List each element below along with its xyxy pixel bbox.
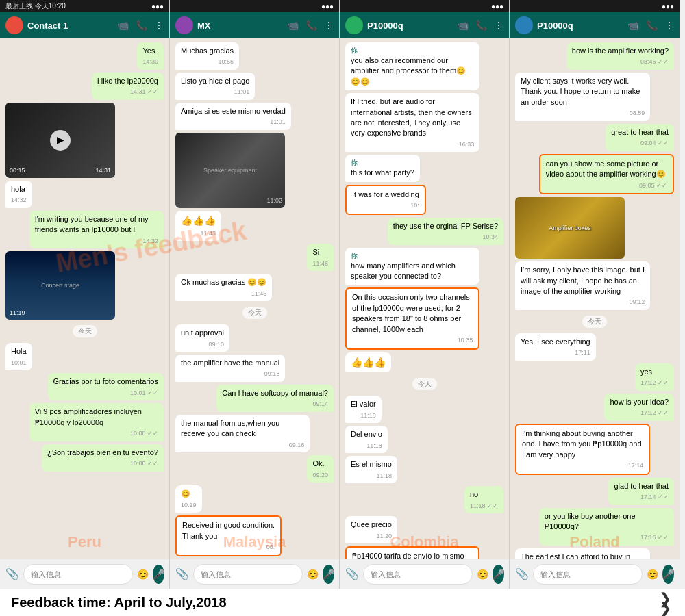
mic-btn-1[interactable]: 🎤	[153, 565, 164, 584]
emoji-icon-3[interactable]: 😊	[477, 569, 488, 580]
header-peru: Contact 1 📹 📞 ⋮	[0, 12, 169, 38]
header-poland: P10000q 📹 📞 ⋮	[510, 12, 680, 38]
msg-3-6: 你 how many amplifiers and which speaker …	[345, 248, 480, 285]
msg-text-1-8: Gracias por tu foto comentarios	[53, 377, 158, 385]
phone-icon-3[interactable]: 📞	[475, 20, 487, 31]
msg-time-2-10: 09:20	[312, 471, 328, 480]
msg-time-2-5: 11:46	[181, 290, 266, 298]
msg-1-6: Concert stage 11:19	[5, 251, 115, 320]
msg-text-1-2: I like the lp20000q	[97, 77, 158, 85]
more-icon-1[interactable]: ⋮	[154, 20, 164, 31]
msg-1-1: Yes 14:30	[137, 42, 164, 70]
msg-time-3-5: 10:34	[393, 233, 498, 242]
thumbs-row-3: 👍👍👍	[351, 357, 386, 368]
msg-4-3: great to hear that 09:04 ✓✓	[606, 124, 674, 151]
attach-icon-4[interactable]: 📎	[515, 567, 529, 580]
attach-icon-1[interactable]: 📎	[5, 567, 19, 580]
msg-2-thumbs: 👍👍👍 11:43	[175, 211, 221, 241]
msg-text-3-7: On this occasion only two channels of th…	[352, 293, 470, 333]
msg-2-7: the amplifier have the manual 09:13	[175, 355, 285, 382]
msg-3-2: If I tried, but are audio for internatio…	[345, 93, 480, 152]
msg-time-3-8: 11:18	[351, 411, 376, 420]
phone-icon-2[interactable]: 📞	[306, 20, 317, 31]
msg-2-10: Ok. 09:20	[307, 455, 334, 483]
video-icon-1[interactable]: 📹	[117, 20, 129, 31]
msg-time-3-9: 11:18	[351, 441, 382, 450]
phone-icon-1[interactable]: 📞	[136, 20, 147, 31]
header-colombia: P10000q 📹 📞 ⋮	[340, 12, 509, 38]
video-icon-4[interactable]: 📹	[627, 20, 639, 31]
input-bar-4: 📎 😊 🎤	[510, 559, 680, 589]
msg-text-4-6: Yes, I see everything	[521, 337, 590, 346]
mic-btn-3[interactable]: 🎤	[493, 565, 504, 584]
msg-4-7: yes 17:12 ✓✓	[635, 363, 674, 391]
video-icon-2[interactable]: 📹	[287, 20, 299, 31]
more-icon-4[interactable]: ⋮	[664, 20, 674, 31]
msg-time-3-7: 10:35	[352, 336, 473, 345]
input-bar-2: 📎 😊 🎤	[170, 559, 339, 589]
msg-text-4-9: I'm thinking about buying another one. I…	[522, 429, 642, 459]
msg-2-8: Can I have softcopy of manual? 09:14	[216, 385, 334, 412]
mic-btn-4[interactable]: 🎤	[662, 565, 674, 584]
msg-time-2-9: 09:16	[181, 441, 304, 450]
msg-1-4: hola 14:32	[5, 181, 32, 208]
msg-text-4-2: My client says it works very well. Thank…	[521, 77, 640, 106]
msg-2-1: Muchas gracias 10:56	[175, 42, 239, 70]
header-malaysia: MX 📹 📞 ⋮	[170, 12, 339, 38]
msg-2-4: Si 11:46	[307, 244, 334, 271]
chat-panels-container: 最后上线 今天10:20 ●●● Contact 1 📹 📞 ⋮ Yes 14:…	[0, 0, 685, 589]
input-field-2[interactable]	[193, 564, 303, 585]
msg-text-3-9: Del envio	[351, 430, 382, 438]
msg-time-4-10: 17:14 ✓✓	[614, 493, 669, 502]
msg-1-3: ▶ 00:15 14:31	[5, 103, 115, 178]
msg-time-2-1: 10:56	[181, 57, 234, 66]
emoji-icon-2[interactable]: 😊	[307, 569, 319, 580]
play-btn-1[interactable]: ▶	[50, 130, 71, 151]
msg-time-4-4: 09:05 ✓✓	[546, 181, 667, 190]
msg-3-1: 你 you also can recommend our amplifier a…	[345, 42, 480, 90]
input-field-4[interactable]	[533, 564, 643, 585]
msg-text-2-1: Muchas gracias	[181, 47, 234, 55]
panel-malaysia: ●●● MX 📹 📞 ⋮ Muchas gracias 10:56 Listo …	[170, 0, 340, 589]
emoji-icon-1[interactable]: 😊	[137, 569, 149, 580]
msg-2-5: Ok muchas gracias 😊😊 11:46	[175, 274, 272, 301]
attach-icon-2[interactable]: 📎	[175, 567, 189, 580]
msg-time-2-12: 08:	[182, 543, 275, 552]
avatar-4	[515, 16, 533, 34]
msg-time-4-7: 17:12 ✓✓	[640, 378, 669, 387]
msg-time-3-10: 11:18	[351, 472, 392, 480]
msg-1-8: Gracias por tu foto comentarios 10:01 ✓✓	[48, 373, 164, 400]
msg-4-img: Amplifier boxes	[515, 197, 625, 259]
msg-1-2: I like the lp20000q 14:31 ✓✓	[92, 73, 164, 100]
msg-3-5: they use the orginal FP Serise? 10:34	[388, 218, 503, 245]
emoji-icon-4[interactable]: 😊	[647, 569, 658, 580]
msg-text-4-11: or you like buy another one P10000q?	[545, 512, 636, 530]
time-1: 最后上线 今天10:20	[5, 1, 66, 11]
msg-text-1-10: ¿Son trabajos bien en tu evento?	[47, 448, 158, 457]
msg-text-1-1: Yes	[142, 47, 155, 55]
attach-icon-3[interactable]: 📎	[345, 567, 359, 580]
msg-3-4: It was for a wedding 10:	[345, 185, 426, 215]
video-icon-3[interactable]: 📹	[457, 20, 469, 31]
msg-time-1-1: 14:30	[142, 57, 158, 66]
msg-time-2-3: 11:01	[181, 118, 286, 127]
contact-name-2: MX	[197, 21, 283, 31]
phone-icon-4[interactable]: 📞	[646, 20, 658, 31]
status-bar-2: ●●●	[170, 0, 339, 12]
msg-2-9: the manual from us,when you receive you …	[175, 415, 310, 452]
input-field-3[interactable]	[363, 564, 473, 585]
msg-3-3: 你 this for what party?	[345, 155, 420, 181]
msg-1-5: I'm writing you because one of my friend…	[29, 211, 164, 248]
msg-text-4-3: great to hear that	[611, 128, 669, 136]
more-icon-3[interactable]: ⋮	[494, 20, 503, 31]
msg-time-2-4: 11:46	[312, 259, 328, 268]
input-field-1[interactable]	[23, 564, 133, 585]
header-icons-2: 📹 📞 ⋮	[287, 20, 334, 31]
mic-btn-2[interactable]: 🎤	[323, 565, 334, 584]
msg-3-9: Del envio 11:18	[345, 426, 388, 453]
msg-time-2-8: 09:14	[222, 400, 328, 409]
more-icon-2[interactable]: ⋮	[324, 20, 334, 31]
msg-3-10: Es el mismo 11:18	[345, 456, 397, 483]
chevron-down-icon: ❯ ❯	[659, 591, 671, 616]
msg-time-3-4: 10:	[352, 201, 419, 210]
